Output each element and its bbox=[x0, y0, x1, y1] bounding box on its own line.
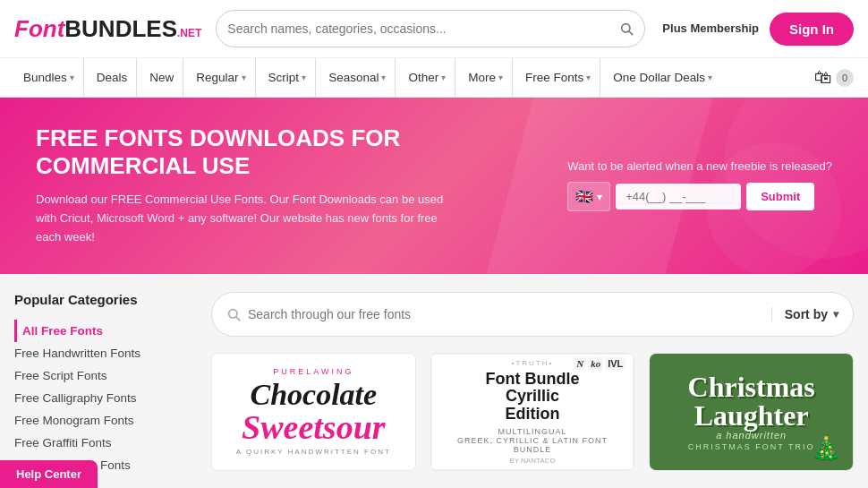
main-content: Popular Categories All Free Fonts Free H… bbox=[0, 274, 868, 488]
hero-right: Want to be alerted when a new freebie is… bbox=[567, 159, 832, 211]
sign-in-button[interactable]: Sign In bbox=[770, 13, 854, 46]
dropdown-chevron-icon: ▾ bbox=[597, 191, 602, 203]
chevron-down-icon: ▾ bbox=[833, 308, 838, 321]
main-nav: Bundles ▾ Deals New Regular ▾ Script ▾ S… bbox=[0, 58, 868, 98]
chevron-down-icon: ▾ bbox=[708, 73, 712, 82]
header-right: Plus Membership Sign In bbox=[662, 13, 854, 46]
nav-item-deals[interactable]: Deals bbox=[88, 58, 138, 97]
chevron-down-icon: ▾ bbox=[302, 73, 306, 82]
letter-sample: IVL bbox=[605, 357, 625, 370]
hero-alert-text: Want to be alerted when a new freebie is… bbox=[567, 159, 832, 173]
country-selector[interactable]: 🇬🇧 ▾ bbox=[567, 182, 610, 211]
card-image-1: PURELAWING Chocolate Sweetsour A QUIRKY … bbox=[212, 354, 415, 470]
main-search-button[interactable] bbox=[619, 21, 634, 36]
sidebar-item-monogram[interactable]: Free Monogram Fonts bbox=[14, 409, 193, 432]
content-area: Sort by ▾ PURELAWING Chocolate Sweetsour… bbox=[211, 292, 854, 476]
chevron-down-icon: ▾ bbox=[70, 73, 74, 82]
hero-banner: FREE FONTS DOWNLOADS FOR COMMERCIAL USE … bbox=[0, 98, 868, 274]
logo-bundles: BUNDLES bbox=[64, 15, 177, 43]
logo-net: .NET bbox=[177, 27, 201, 39]
nav-item-bundles[interactable]: Bundles ▾ bbox=[14, 58, 84, 97]
plus-membership-link[interactable]: Plus Membership bbox=[662, 21, 759, 37]
font-tagline: A QUIRKY HANDWRITTEN FONT bbox=[236, 448, 391, 456]
christmas-tree-icon: 🎄 bbox=[811, 435, 842, 465]
card-image-2: •TRUTH• Font BundleCyrillicEdition MULTI… bbox=[431, 354, 634, 470]
font-card-1[interactable]: PURELAWING Chocolate Sweetsour A QUIRKY … bbox=[211, 353, 416, 471]
nav-item-one-dollar[interactable]: One Dollar Deals ▾ bbox=[604, 58, 721, 97]
sidebar-item-graffiti[interactable]: Free Graffiti Fonts bbox=[14, 432, 193, 454]
nav-item-free-fonts[interactable]: Free Fonts ▾ bbox=[516, 58, 600, 97]
flag-icon: 🇬🇧 bbox=[575, 188, 593, 205]
cart-count: 0 bbox=[836, 69, 854, 87]
sidebar-title: Popular Categories bbox=[14, 292, 193, 307]
hero-left: FREE FONTS DOWNLOADS FOR COMMERCIAL USE … bbox=[36, 124, 447, 247]
card2-credit: BY NANTACO bbox=[443, 457, 623, 465]
content-search-row: Sort by ▾ bbox=[211, 292, 854, 337]
font-card-3[interactable]: Christmas Laughter a handwritten christm… bbox=[649, 353, 854, 471]
card3-title-line2: Laughter bbox=[659, 401, 844, 430]
chevron-down-icon: ▾ bbox=[381, 73, 386, 82]
submit-button[interactable]: Submit bbox=[746, 183, 814, 210]
letter-sample: ko bbox=[588, 357, 603, 370]
nav-item-regular[interactable]: Regular ▾ bbox=[187, 58, 255, 97]
font-preview-3: Christmas Laughter a handwritten christm… bbox=[650, 364, 853, 460]
chevron-down-icon: ▾ bbox=[242, 73, 246, 82]
card3-title-line1: Christmas bbox=[659, 372, 844, 401]
font-card-2[interactable]: •TRUTH• Font BundleCyrillicEdition MULTI… bbox=[430, 353, 635, 471]
sidebar: Popular Categories All Free Fonts Free H… bbox=[14, 292, 193, 476]
font-search-input[interactable] bbox=[248, 307, 764, 321]
sort-by-label: Sort by bbox=[785, 307, 828, 321]
sort-by-button[interactable]: Sort by ▾ bbox=[771, 307, 838, 321]
header: Font BUNDLES .NET Plus Membership Sign I… bbox=[0, 0, 868, 58]
nav-item-more[interactable]: More ▾ bbox=[459, 58, 513, 97]
phone-input[interactable] bbox=[616, 184, 741, 210]
brand-label: PURELAWING bbox=[236, 367, 391, 376]
cart-button[interactable]: 🛍 0 bbox=[814, 67, 854, 88]
svg-line-1 bbox=[629, 31, 633, 35]
card2-desc: MULTILINGUALGREEK, CYRILLIC & LATIN FONT… bbox=[443, 427, 623, 454]
card-image-3: Christmas Laughter a handwritten christm… bbox=[650, 354, 853, 470]
help-center-button[interactable]: Help Center bbox=[0, 460, 98, 488]
logo-font: Font bbox=[14, 15, 64, 43]
cart-icon: 🛍 bbox=[814, 67, 832, 88]
main-search-input[interactable] bbox=[227, 21, 619, 36]
nav-item-other[interactable]: Other ▾ bbox=[399, 58, 455, 97]
hero-description: Download our FREE Commercial Use Fonts. … bbox=[36, 191, 447, 246]
font-cards-grid: PURELAWING Chocolate Sweetsour A QUIRKY … bbox=[211, 353, 854, 471]
sidebar-item-handwritten[interactable]: Free Handwritten Fonts bbox=[14, 342, 193, 364]
sidebar-item-calligraphy[interactable]: Free Calligraphy Fonts bbox=[14, 387, 193, 409]
nav-item-new[interactable]: New bbox=[140, 58, 183, 97]
chevron-down-icon: ▾ bbox=[498, 73, 503, 82]
hero-form: 🇬🇧 ▾ Submit bbox=[567, 182, 814, 211]
card2-title: Font BundleCyrillicEdition bbox=[443, 371, 623, 424]
logo[interactable]: Font BUNDLES .NET bbox=[14, 15, 201, 43]
hero-title: FREE FONTS DOWNLOADS FOR COMMERCIAL USE bbox=[36, 124, 447, 180]
sidebar-item-script[interactable]: Free Script Fonts bbox=[14, 364, 193, 387]
nav-item-script[interactable]: Script ▾ bbox=[260, 58, 317, 97]
search-icon bbox=[226, 307, 241, 321]
letter-sample: N bbox=[574, 357, 586, 370]
chevron-down-icon: ▾ bbox=[441, 73, 446, 82]
font-name-display: Chocolate Sweetsour bbox=[236, 380, 391, 444]
sidebar-item-all-free-fonts[interactable]: All Free Fonts bbox=[14, 320, 193, 342]
font-preview-2: •TRUTH• Font BundleCyrillicEdition MULTI… bbox=[432, 354, 634, 470]
font-preview-1: PURELAWING Chocolate Sweetsour A QUIRKY … bbox=[227, 358, 400, 465]
card2-samples: N ko IVL bbox=[574, 357, 625, 370]
svg-line-3 bbox=[236, 317, 240, 321]
main-search-bar bbox=[216, 10, 645, 47]
nav-item-seasonal[interactable]: Seasonal ▾ bbox=[319, 58, 396, 97]
chevron-down-icon: ▾ bbox=[586, 73, 591, 82]
